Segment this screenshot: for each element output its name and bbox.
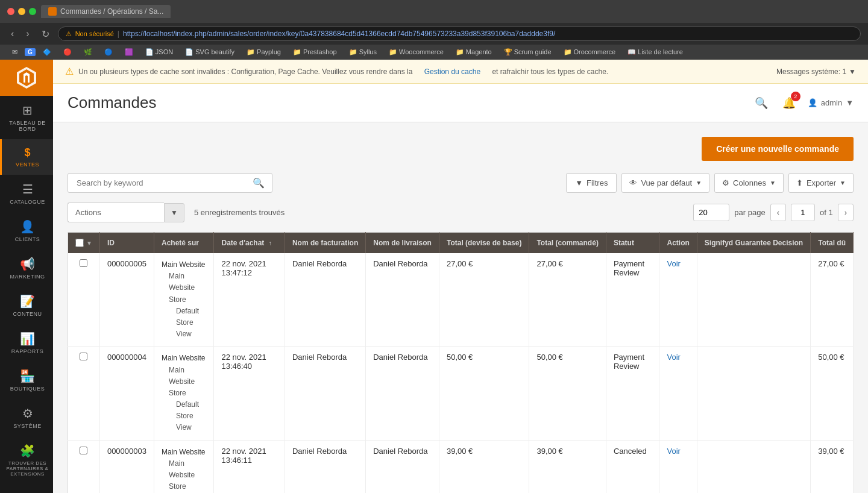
browser-tab[interactable]: Commandes / Opérations / Sa... [41, 5, 171, 18]
tab-favicon [48, 7, 57, 16]
current-page-input[interactable] [791, 204, 815, 221]
stores-icon: 🏪 [20, 369, 35, 383]
messages-dropdown-icon[interactable]: ▼ [849, 68, 856, 76]
window-controls [7, 8, 36, 15]
select-all-dropdown-icon[interactable]: ▼ [86, 240, 92, 246]
bookmarks-bar: ✉ G 🔷 🔴 🌿 🔵 🟪 📄 JSON 📄 SVG beautify 📁 Pa… [0, 45, 868, 60]
next-page-btn[interactable]: › [838, 204, 854, 221]
row2-voir-link[interactable]: Voir [667, 353, 680, 362]
reload-btn[interactable]: ↻ [38, 27, 53, 41]
sidebar-item-contenu[interactable]: 📝 CONTENU [0, 287, 53, 324]
user-menu-btn[interactable]: 👤 admin ▼ [808, 98, 854, 107]
sidebar-item-partenaires[interactable]: 🧩 TROUVER DES PARTENAIRES & EXTENSIONS [0, 436, 53, 484]
th-total-base: Total (devise de base) [439, 233, 529, 254]
row1-total-commande: 27,00 € [529, 253, 606, 347]
bookmark-prestashop[interactable]: 📁 Prestashop [288, 47, 342, 57]
sidebar-label-partenaires: TROUVER DES PARTENAIRES & EXTENSIONS [4, 460, 51, 477]
row3-action: Voir [659, 440, 697, 493]
row1-id: 000000005 [99, 253, 154, 347]
bookmark-ext1[interactable]: 🔷 [38, 47, 56, 57]
bookmark-payplug[interactable]: 📁 Payplug [242, 47, 286, 57]
content-icon: 📝 [20, 294, 35, 309]
search-input[interactable] [73, 174, 250, 192]
bookmark-woo[interactable]: 📁 Woocommerce [384, 47, 448, 57]
create-order-btn[interactable]: Créer une nouvelle commande [702, 137, 854, 161]
store-hierarchy: Main Website Main Website Store Default … [162, 353, 206, 433]
total-pages-label: of 1 [820, 208, 833, 217]
forward-btn[interactable]: › [22, 27, 33, 40]
sidebar-item-boutiques[interactable]: 🏪 BOUTIQUES [0, 362, 53, 399]
alert-cache-link[interactable]: Gestion du cache [424, 68, 480, 76]
notifications-btn[interactable]: 🔔 2 [780, 94, 798, 112]
row2-livraison: Daniel Reborda [366, 347, 439, 440]
sidebar-item-systeme[interactable]: ⚙ SYSTÈME [0, 399, 53, 436]
notification-badge: 2 [791, 92, 800, 101]
bookmark-json[interactable]: 📄 JSON [140, 47, 178, 57]
th-date-achat[interactable]: Date d'achat ↑ [214, 233, 285, 254]
dashboard-icon: ⊞ [22, 103, 33, 118]
sidebar: ⊞ TABLEAU DE BORD $ VENTES ☰ CATALOGUE 👤… [0, 60, 53, 493]
sidebar-label-contenu: CONTENU [13, 311, 42, 317]
export-icon: ⬆ [796, 178, 803, 187]
row1-checkbox[interactable] [80, 259, 87, 267]
sidebar-item-clients[interactable]: 👤 CLIENTS [0, 212, 53, 250]
bookmark-orocommerce[interactable]: 📁 Orocommerce [559, 47, 621, 57]
row3-checkbox[interactable] [80, 447, 87, 454]
row3-signifyd [697, 440, 810, 493]
table-header: ▼ ID Acheté sur Date d'achat ↑ Nom de fa… [68, 233, 854, 254]
row3-total-du: 39,00 € [811, 440, 854, 493]
system-icon: ⚙ [22, 406, 33, 421]
bookmark-ext4[interactable]: 🔵 [99, 47, 118, 57]
page-title: Commandes [68, 93, 156, 112]
clients-icon: 👤 [20, 219, 35, 234]
sidebar-item-marketing[interactable]: 📢 MARKETING [0, 250, 53, 287]
select-all-checkbox[interactable] [75, 239, 84, 247]
bookmark-gmail[interactable]: ✉ [7, 47, 22, 57]
bookmark-g[interactable]: G [25, 48, 36, 56]
filters-btn[interactable]: ▼ Filtres [566, 173, 617, 193]
address-bar[interactable]: ⚠ Non sécurisé | https://localhost/index… [58, 27, 861, 41]
row1-facturation: Daniel Reborda [285, 253, 365, 347]
sidebar-item-rapports[interactable]: 📊 RAPPORTS [0, 324, 53, 362]
maximize-window-btn[interactable] [29, 8, 36, 15]
address-bar-row: ‹ › ↻ ⚠ Non sécurisé | https://localhost… [0, 23, 868, 45]
bookmark-svg[interactable]: 📄 SVG beautify [180, 47, 239, 57]
table-body: 000000005 Main Website Main Website Stor… [68, 253, 854, 493]
row3-voir-link[interactable]: Voir [667, 447, 680, 456]
actions-row: Actions ▼ 5 enregistrements trouvés 20 5… [68, 203, 854, 222]
export-btn[interactable]: ⬆ Exporter ▼ [788, 173, 854, 193]
bookmark-magento[interactable]: 📁 Magento [451, 47, 497, 57]
alert-message-after: et rafraîchir tous les types de cache. [492, 68, 608, 76]
bookmark-ext5[interactable]: 🟪 [120, 47, 138, 57]
columns-btn[interactable]: ⚙ Colonnes ▼ [714, 173, 784, 193]
bookmark-ext3[interactable]: 🌿 [79, 47, 97, 57]
sidebar-item-tableau-de-bord[interactable]: ⊞ TABLEAU DE BORD [0, 96, 53, 139]
bookmark-syllus[interactable]: 📁 Syllus [344, 47, 382, 57]
row1-livraison: Daniel Reborda [366, 253, 439, 347]
search-header-btn[interactable]: 🔍 [752, 94, 770, 112]
bookmark-liste[interactable]: 📖 Liste de lecture [623, 47, 688, 57]
bookmark-ext2[interactable]: 🔴 [58, 47, 77, 57]
prev-page-btn[interactable]: ‹ [770, 204, 786, 221]
actions-dropdown-btn[interactable]: ▼ [164, 203, 184, 222]
search-submit-btn[interactable]: 🔍 [250, 175, 267, 191]
sidebar-label-clients: CLIENTS [15, 236, 40, 242]
per-page-select[interactable]: 20 50 100 [693, 204, 729, 221]
actions-select[interactable]: Actions [68, 203, 164, 222]
row1-date: 22 nov. 2021 13:47:12 [214, 253, 285, 347]
row3-checkbox-cell [68, 440, 100, 493]
bookmark-scrum[interactable]: 🏆 Scrum guide [499, 47, 556, 57]
row2-date: 22 nov. 2021 13:46:40 [214, 347, 285, 440]
row2-id: 000000004 [99, 347, 154, 440]
sidebar-item-ventes[interactable]: $ VENTES [0, 139, 53, 175]
sidebar-item-catalogue[interactable]: ☰ CATALOGUE [0, 175, 53, 212]
back-btn[interactable]: ‹ [7, 27, 17, 40]
minimize-window-btn[interactable] [18, 8, 25, 15]
row1-store: Main Website Main Website Store Default … [154, 253, 213, 347]
view-btn[interactable]: 👁 Vue par défaut ▼ [621, 173, 709, 193]
row2-checkbox[interactable] [80, 353, 87, 360]
page-header: Commandes 🔍 🔔 2 👤 admin ▼ [53, 84, 868, 122]
row1-voir-link[interactable]: Voir [667, 259, 680, 268]
close-window-btn[interactable] [7, 8, 14, 15]
pagination: 20 50 100 par page ‹ of 1 › [693, 204, 854, 221]
